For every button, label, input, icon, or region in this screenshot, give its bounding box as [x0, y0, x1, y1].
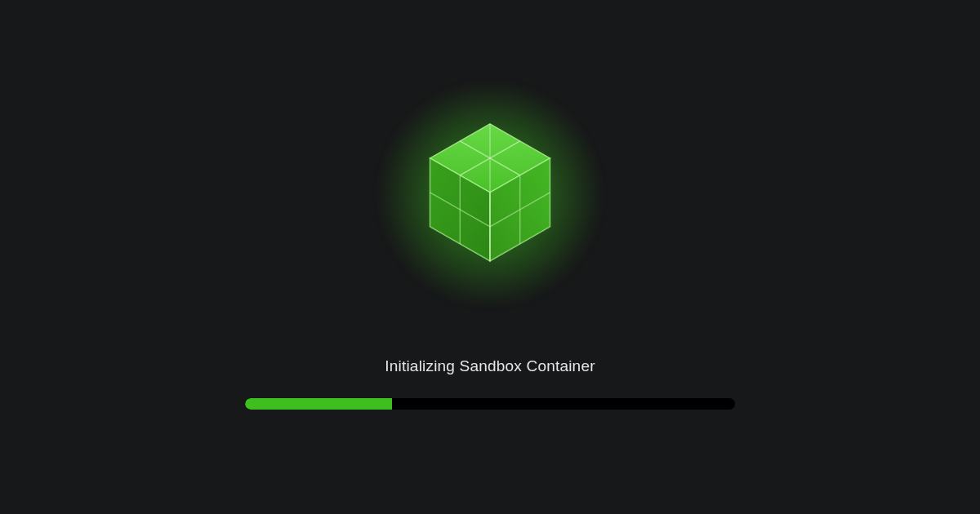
- progress-bar: [245, 398, 735, 410]
- loading-graphic: [368, 72, 612, 317]
- progress-fill: [245, 398, 392, 410]
- cube-icon: [404, 109, 576, 280]
- status-text: Initializing Sandbox Container: [385, 357, 595, 375]
